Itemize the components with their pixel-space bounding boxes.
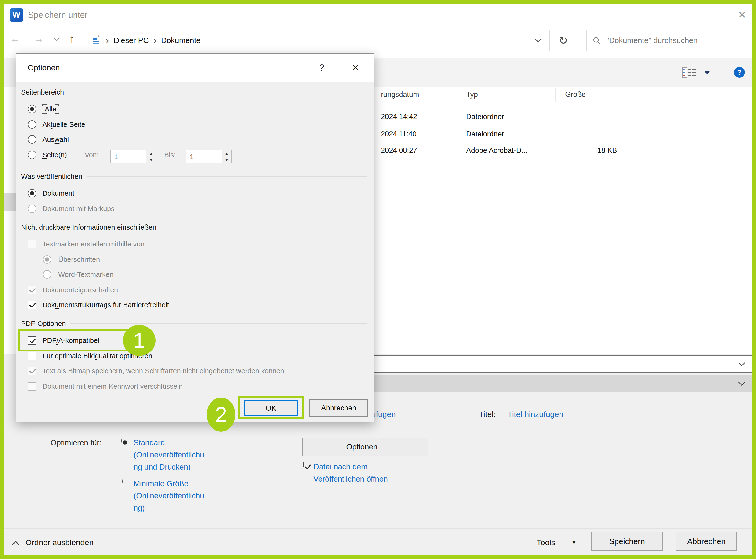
address-bar[interactable]: › Dieser PC › Dokumente <box>86 30 547 51</box>
footer-divider <box>4 528 752 529</box>
radio-pages-label: Seite(n) <box>42 151 67 159</box>
column-divider[interactable] <box>459 88 459 102</box>
file-type: Dateiordner <box>466 110 504 123</box>
radio-selection[interactable]: Auswahl <box>28 132 69 147</box>
column-header-size[interactable]: Größe <box>565 87 586 102</box>
nav-pane-selected-item[interactable] <box>4 193 16 211</box>
to-page-input[interactable] <box>186 151 222 163</box>
dialog-titlebar: Optionen ? ✕ <box>16 53 374 82</box>
radio-icon <box>43 270 51 279</box>
spin-down-icon[interactable]: ▼ <box>222 157 231 163</box>
group-divider <box>161 227 367 227</box>
radio-document-markup: Dokument mit Markups <box>28 202 114 216</box>
to-page-spinner[interactable]: ▲ ▼ <box>186 150 232 163</box>
checkbox-encrypt-password: Dokument mit einem Kennwort verschlüssel… <box>28 379 183 393</box>
dialog-close-icon[interactable]: ✕ <box>351 53 359 82</box>
refresh-button[interactable]: ↻ <box>549 30 577 51</box>
radio-standard-label[interactable]: Standard (Onlineveröffentlichu ng und Dr… <box>134 437 204 473</box>
add-title-link[interactable]: Titel hinzufügen <box>508 407 564 421</box>
radio-minimal-size[interactable] <box>122 479 122 484</box>
save-button[interactable]: Speichern <box>591 532 663 551</box>
column-header-date[interactable]: rungsdatum <box>381 87 419 102</box>
checkbox-icon <box>28 367 36 375</box>
column-header-type[interactable]: Typ <box>466 87 478 102</box>
search-icon <box>593 37 601 44</box>
back-icon[interactable]: ← <box>9 26 20 51</box>
checkbox-icon <box>28 336 36 345</box>
dialog-help-icon[interactable]: ? <box>319 53 324 82</box>
checkbox-icon <box>28 382 36 390</box>
tools-caret-icon[interactable]: ▼ <box>571 540 577 545</box>
window-close-icon[interactable]: ✕ <box>738 4 746 26</box>
group-divider <box>68 92 367 92</box>
radio-icon <box>28 151 36 159</box>
radio-document-markup-label: Dokument mit Markups <box>42 205 114 213</box>
column-divider[interactable] <box>555 88 556 102</box>
radio-all-pages[interactable]: Alle <box>28 102 59 116</box>
radio-minimal-size-label[interactable]: Minimale Größe (Onlineveröffentlichu ng) <box>134 477 204 514</box>
view-list-icon[interactable] <box>682 67 696 78</box>
column-divider[interactable] <box>622 88 622 102</box>
radio-standard[interactable] <box>121 438 122 443</box>
ok-button[interactable]: OK <box>244 400 298 416</box>
address-dropdown-chevron-icon[interactable] <box>535 39 542 42</box>
breadcrumb-separator: › <box>106 36 109 46</box>
breadcrumb-dokumente[interactable]: Dokumente <box>161 36 201 45</box>
radio-icon <box>28 120 36 129</box>
history-chevron-icon[interactable] <box>54 38 60 41</box>
checkbox-doc-properties-label: Dokumenteigenschaften <box>42 286 118 294</box>
checkbox-doc-properties: Dokumenteigenschaften <box>28 283 118 297</box>
window-title: Speichern unter <box>28 4 88 26</box>
from-page-spinner[interactable]: ▲ ▼ <box>110 150 156 163</box>
radio-icon <box>28 135 36 144</box>
radio-pages[interactable]: Seite(n) <box>28 148 67 162</box>
open-after-publish-label[interactable]: Datei nach dem Veröffentlichen öffnen <box>314 461 388 485</box>
checkbox-pdfa-compatible[interactable]: PDF/A-kompatibel <box>28 333 99 348</box>
spinner-buttons[interactable]: ▲ ▼ <box>222 151 231 163</box>
checkbox-encrypt-password-label: Dokument mit einem Kennwort verschlüssel… <box>42 382 183 390</box>
document-icon <box>91 35 101 47</box>
checkbox-icon <box>28 352 36 360</box>
chevron-up-icon[interactable] <box>12 541 19 545</box>
group-header-page-range: Seitenbereich <box>21 88 367 97</box>
options-button[interactable]: Optionen... <box>302 438 428 456</box>
open-after-publish-checkbox[interactable] <box>303 462 304 467</box>
step1-badge: 1 <box>123 325 156 356</box>
breadcrumb-this-pc[interactable]: Dieser PC <box>114 36 149 45</box>
group-divider <box>70 323 367 324</box>
search-input[interactable] <box>606 36 740 45</box>
from-label: Von: <box>85 148 99 162</box>
spin-up-icon[interactable]: ▲ <box>222 151 231 157</box>
from-page-input[interactable] <box>111 151 146 163</box>
search-box[interactable] <box>586 30 742 51</box>
radio-headings-label: Überschriften <box>58 255 100 264</box>
dialog-cancel-button[interactable]: Abbrechen <box>310 399 368 417</box>
group-header-pdf-options: PDF-Optionen <box>21 319 367 328</box>
file-date: 2024 14:42 <box>381 110 417 123</box>
checkbox-text-as-bitmap: Text als Bitmap speichern, wenn Schrifta… <box>28 364 284 378</box>
radio-document[interactable]: Dokument <box>28 186 74 200</box>
checkbox-structure-tags[interactable]: Dokumentstrukturtags für Barrierefreihei… <box>28 298 169 312</box>
file-size: 18 KB <box>572 144 617 157</box>
file-date: 2024 08:27 <box>381 144 417 157</box>
spin-down-icon[interactable]: ▼ <box>146 157 156 163</box>
tools-menu[interactable]: Tools <box>536 535 555 550</box>
dialog-title: Optionen <box>28 53 60 82</box>
forward-icon[interactable]: → <box>34 26 44 51</box>
spinner-buttons[interactable]: ▲ ▼ <box>146 151 156 163</box>
radio-headings: Überschriften <box>43 252 100 267</box>
checkbox-icon <box>28 240 36 248</box>
help-icon[interactable]: ? <box>734 67 745 78</box>
up-icon[interactable]: ↑ <box>69 26 74 51</box>
file-type: Dateiordner <box>466 128 504 141</box>
view-dropdown-caret-icon[interactable] <box>704 71 710 74</box>
hide-folders-button[interactable]: Ordner ausblenden <box>25 535 94 550</box>
chevron-down-icon <box>738 382 745 386</box>
chevron-down-icon <box>738 362 745 366</box>
spin-up-icon[interactable]: ▲ <box>146 151 156 157</box>
radio-current-page[interactable]: Aktuelle Seite <box>28 117 85 132</box>
cancel-button[interactable]: Abbrechen <box>676 532 737 551</box>
file-type: Adobe Acrobat-D... <box>466 144 527 157</box>
checkbox-icon <box>28 301 36 309</box>
options-dialog: Optionen ? ✕ Seitenbereich Alle Aktuelle… <box>16 53 374 422</box>
